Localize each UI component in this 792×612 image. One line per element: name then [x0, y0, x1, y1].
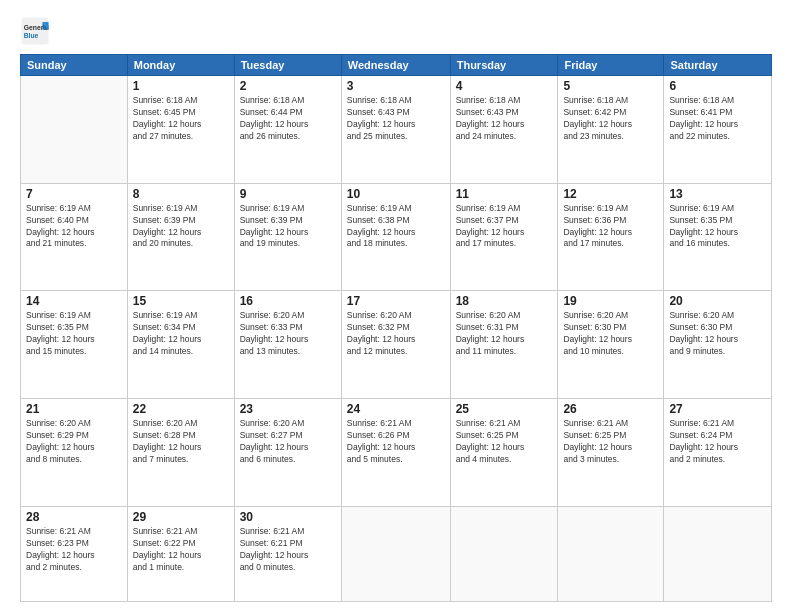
calendar-week-row: 28Sunrise: 6:21 AM Sunset: 6:23 PM Dayli… — [21, 506, 772, 601]
calendar-header-row: SundayMondayTuesdayWednesdayThursdayFrid… — [21, 55, 772, 76]
calendar-cell: 17Sunrise: 6:20 AM Sunset: 6:32 PM Dayli… — [341, 291, 450, 399]
calendar-cell: 29Sunrise: 6:21 AM Sunset: 6:22 PM Dayli… — [127, 506, 234, 601]
day-number: 30 — [240, 510, 336, 524]
calendar-cell: 19Sunrise: 6:20 AM Sunset: 6:30 PM Dayli… — [558, 291, 664, 399]
day-number: 8 — [133, 187, 229, 201]
day-info: Sunrise: 6:21 AM Sunset: 6:26 PM Dayligh… — [347, 418, 445, 466]
calendar-cell: 7Sunrise: 6:19 AM Sunset: 6:40 PM Daylig… — [21, 183, 128, 291]
day-info: Sunrise: 6:21 AM Sunset: 6:22 PM Dayligh… — [133, 526, 229, 574]
svg-text:Blue: Blue — [24, 32, 39, 39]
day-info: Sunrise: 6:21 AM Sunset: 6:21 PM Dayligh… — [240, 526, 336, 574]
calendar-cell — [664, 506, 772, 601]
day-info: Sunrise: 6:19 AM Sunset: 6:39 PM Dayligh… — [240, 203, 336, 251]
day-number: 11 — [456, 187, 553, 201]
day-info: Sunrise: 6:18 AM Sunset: 6:43 PM Dayligh… — [347, 95, 445, 143]
day-info: Sunrise: 6:20 AM Sunset: 6:32 PM Dayligh… — [347, 310, 445, 358]
day-info: Sunrise: 6:18 AM Sunset: 6:42 PM Dayligh… — [563, 95, 658, 143]
calendar-cell: 13Sunrise: 6:19 AM Sunset: 6:35 PM Dayli… — [664, 183, 772, 291]
calendar-cell — [21, 76, 128, 184]
calendar-cell: 27Sunrise: 6:21 AM Sunset: 6:24 PM Dayli… — [664, 399, 772, 507]
calendar-cell: 14Sunrise: 6:19 AM Sunset: 6:35 PM Dayli… — [21, 291, 128, 399]
day-info: Sunrise: 6:19 AM Sunset: 6:37 PM Dayligh… — [456, 203, 553, 251]
day-number: 14 — [26, 294, 122, 308]
day-number: 12 — [563, 187, 658, 201]
day-number: 7 — [26, 187, 122, 201]
logo-icon: General Blue — [20, 16, 50, 46]
calendar-cell: 9Sunrise: 6:19 AM Sunset: 6:39 PM Daylig… — [234, 183, 341, 291]
day-info: Sunrise: 6:18 AM Sunset: 6:41 PM Dayligh… — [669, 95, 766, 143]
day-number: 25 — [456, 402, 553, 416]
day-info: Sunrise: 6:19 AM Sunset: 6:35 PM Dayligh… — [669, 203, 766, 251]
calendar-cell: 28Sunrise: 6:21 AM Sunset: 6:23 PM Dayli… — [21, 506, 128, 601]
page: General Blue SundayMondayTuesdayWednesda… — [0, 0, 792, 612]
day-number: 24 — [347, 402, 445, 416]
day-info: Sunrise: 6:20 AM Sunset: 6:31 PM Dayligh… — [456, 310, 553, 358]
day-number: 1 — [133, 79, 229, 93]
day-number: 20 — [669, 294, 766, 308]
day-number: 19 — [563, 294, 658, 308]
logo: General Blue — [20, 16, 54, 46]
calendar-cell: 5Sunrise: 6:18 AM Sunset: 6:42 PM Daylig… — [558, 76, 664, 184]
day-number: 17 — [347, 294, 445, 308]
day-info: Sunrise: 6:19 AM Sunset: 6:39 PM Dayligh… — [133, 203, 229, 251]
day-number: 18 — [456, 294, 553, 308]
day-info: Sunrise: 6:21 AM Sunset: 6:24 PM Dayligh… — [669, 418, 766, 466]
day-info: Sunrise: 6:20 AM Sunset: 6:29 PM Dayligh… — [26, 418, 122, 466]
day-info: Sunrise: 6:19 AM Sunset: 6:35 PM Dayligh… — [26, 310, 122, 358]
day-info: Sunrise: 6:18 AM Sunset: 6:44 PM Dayligh… — [240, 95, 336, 143]
calendar-week-row: 1Sunrise: 6:18 AM Sunset: 6:45 PM Daylig… — [21, 76, 772, 184]
day-info: Sunrise: 6:19 AM Sunset: 6:34 PM Dayligh… — [133, 310, 229, 358]
calendar-cell: 2Sunrise: 6:18 AM Sunset: 6:44 PM Daylig… — [234, 76, 341, 184]
calendar-cell: 4Sunrise: 6:18 AM Sunset: 6:43 PM Daylig… — [450, 76, 558, 184]
calendar-cell: 10Sunrise: 6:19 AM Sunset: 6:38 PM Dayli… — [341, 183, 450, 291]
day-info: Sunrise: 6:19 AM Sunset: 6:38 PM Dayligh… — [347, 203, 445, 251]
calendar-header-saturday: Saturday — [664, 55, 772, 76]
svg-rect-0 — [22, 18, 49, 45]
day-number: 28 — [26, 510, 122, 524]
calendar-cell: 12Sunrise: 6:19 AM Sunset: 6:36 PM Dayli… — [558, 183, 664, 291]
calendar-cell: 18Sunrise: 6:20 AM Sunset: 6:31 PM Dayli… — [450, 291, 558, 399]
calendar-header-monday: Monday — [127, 55, 234, 76]
day-number: 6 — [669, 79, 766, 93]
calendar-cell: 23Sunrise: 6:20 AM Sunset: 6:27 PM Dayli… — [234, 399, 341, 507]
day-info: Sunrise: 6:19 AM Sunset: 6:36 PM Dayligh… — [563, 203, 658, 251]
day-info: Sunrise: 6:20 AM Sunset: 6:30 PM Dayligh… — [669, 310, 766, 358]
day-number: 23 — [240, 402, 336, 416]
day-info: Sunrise: 6:18 AM Sunset: 6:43 PM Dayligh… — [456, 95, 553, 143]
calendar-cell: 20Sunrise: 6:20 AM Sunset: 6:30 PM Dayli… — [664, 291, 772, 399]
day-info: Sunrise: 6:21 AM Sunset: 6:25 PM Dayligh… — [456, 418, 553, 466]
calendar-week-row: 7Sunrise: 6:19 AM Sunset: 6:40 PM Daylig… — [21, 183, 772, 291]
day-info: Sunrise: 6:21 AM Sunset: 6:23 PM Dayligh… — [26, 526, 122, 574]
calendar-cell: 21Sunrise: 6:20 AM Sunset: 6:29 PM Dayli… — [21, 399, 128, 507]
day-info: Sunrise: 6:20 AM Sunset: 6:33 PM Dayligh… — [240, 310, 336, 358]
calendar-week-row: 14Sunrise: 6:19 AM Sunset: 6:35 PM Dayli… — [21, 291, 772, 399]
calendar-header-tuesday: Tuesday — [234, 55, 341, 76]
day-number: 5 — [563, 79, 658, 93]
day-info: Sunrise: 6:19 AM Sunset: 6:40 PM Dayligh… — [26, 203, 122, 251]
calendar-cell: 30Sunrise: 6:21 AM Sunset: 6:21 PM Dayli… — [234, 506, 341, 601]
calendar-header-friday: Friday — [558, 55, 664, 76]
calendar-cell: 24Sunrise: 6:21 AM Sunset: 6:26 PM Dayli… — [341, 399, 450, 507]
calendar-header-thursday: Thursday — [450, 55, 558, 76]
calendar-cell: 15Sunrise: 6:19 AM Sunset: 6:34 PM Dayli… — [127, 291, 234, 399]
day-info: Sunrise: 6:20 AM Sunset: 6:28 PM Dayligh… — [133, 418, 229, 466]
day-number: 2 — [240, 79, 336, 93]
day-number: 21 — [26, 402, 122, 416]
calendar-header-sunday: Sunday — [21, 55, 128, 76]
day-number: 15 — [133, 294, 229, 308]
day-number: 27 — [669, 402, 766, 416]
calendar-cell: 26Sunrise: 6:21 AM Sunset: 6:25 PM Dayli… — [558, 399, 664, 507]
calendar-cell: 3Sunrise: 6:18 AM Sunset: 6:43 PM Daylig… — [341, 76, 450, 184]
calendar-header-wednesday: Wednesday — [341, 55, 450, 76]
day-info: Sunrise: 6:21 AM Sunset: 6:25 PM Dayligh… — [563, 418, 658, 466]
day-number: 13 — [669, 187, 766, 201]
day-number: 29 — [133, 510, 229, 524]
calendar-cell: 22Sunrise: 6:20 AM Sunset: 6:28 PM Dayli… — [127, 399, 234, 507]
calendar-cell: 1Sunrise: 6:18 AM Sunset: 6:45 PM Daylig… — [127, 76, 234, 184]
calendar-week-row: 21Sunrise: 6:20 AM Sunset: 6:29 PM Dayli… — [21, 399, 772, 507]
day-info: Sunrise: 6:20 AM Sunset: 6:27 PM Dayligh… — [240, 418, 336, 466]
calendar-cell: 25Sunrise: 6:21 AM Sunset: 6:25 PM Dayli… — [450, 399, 558, 507]
calendar-cell: 6Sunrise: 6:18 AM Sunset: 6:41 PM Daylig… — [664, 76, 772, 184]
calendar-cell: 11Sunrise: 6:19 AM Sunset: 6:37 PM Dayli… — [450, 183, 558, 291]
calendar-cell: 16Sunrise: 6:20 AM Sunset: 6:33 PM Dayli… — [234, 291, 341, 399]
